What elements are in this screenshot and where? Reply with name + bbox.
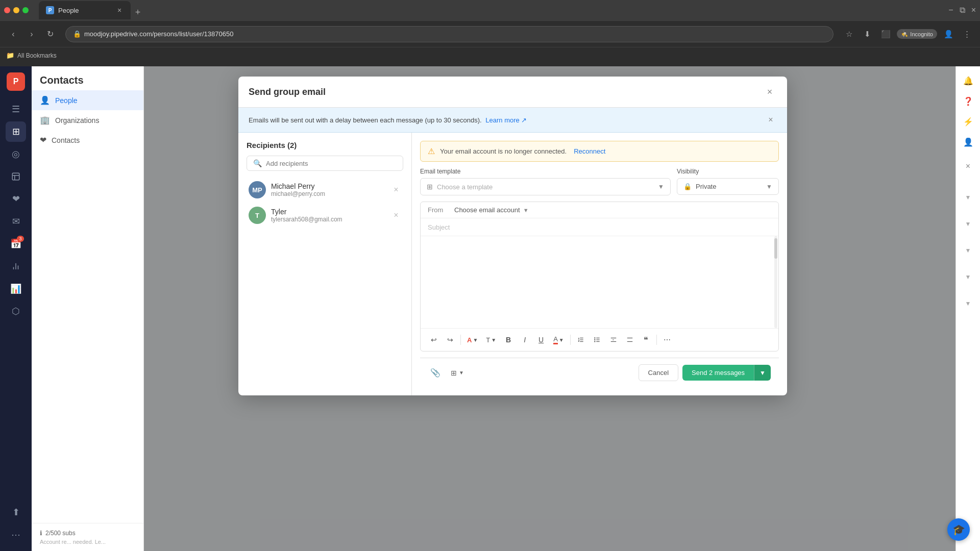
window-minimize[interactable] <box>4 7 10 13</box>
subject-input[interactable] <box>428 223 771 231</box>
app-logo[interactable]: P <box>7 72 25 91</box>
sidebar-icon-calendar[interactable]: 📅 3 <box>6 234 26 254</box>
toolbar-undo-button[interactable]: ↩ <box>427 333 441 347</box>
add-recipients-input[interactable] <box>266 160 397 167</box>
sidebar-icon-more[interactable]: ⋯ <box>6 524 26 545</box>
download-button[interactable]: ⬇ <box>860 27 874 41</box>
reconnect-link[interactable]: Reconnect <box>574 147 605 155</box>
send-button-group: Send 2 messages ▼ <box>682 365 771 381</box>
new-tab-button[interactable]: + <box>131 5 145 19</box>
svg-point-12 <box>594 338 595 338</box>
recipient-item: MP Michael Perry michael@perry.com × <box>247 177 403 203</box>
email-body-area[interactable] <box>421 236 778 328</box>
toolbar-italic-button[interactable]: I <box>518 333 532 347</box>
format-button[interactable]: ⊞ ▼ <box>447 367 468 379</box>
footer-actions: Cancel Send 2 messages ▼ <box>639 364 771 381</box>
menu-button[interactable]: ⋮ <box>960 27 974 41</box>
toolbar-outdent-button[interactable] <box>623 333 637 347</box>
template-select[interactable]: ⊞ Choose a template ▼ <box>420 178 671 195</box>
bookmark-button[interactable]: ☆ <box>842 27 856 41</box>
toolbar-indent-button[interactable] <box>606 333 621 347</box>
info-icon: ℹ <box>40 530 42 537</box>
toolbar-font-size-dropdown[interactable]: T ▼ <box>483 334 499 346</box>
lightning-button[interactable]: ⚡ <box>960 113 976 130</box>
warning-banner: ⚠ Your email account is no longer connec… <box>420 141 779 162</box>
panel-close-button[interactable]: × <box>960 158 976 174</box>
toolbar-quote-button[interactable]: ❝ <box>639 333 653 347</box>
sidebar-icon-mail[interactable]: ✉ <box>6 211 26 232</box>
sidebar-item-people[interactable]: 👤 People <box>32 90 143 110</box>
email-template-group: Email template ⊞ Choose a template ▼ <box>420 168 671 195</box>
toolbar-font-color-dropdown[interactable]: A ▼ <box>550 333 567 346</box>
from-account-selector[interactable]: Choose email account ▼ <box>454 206 529 214</box>
sidebar-icon-dashboard[interactable]: ⊞ <box>6 121 26 142</box>
sidebar-icon-hamburger[interactable]: ☰ <box>6 99 26 119</box>
user-panel-button[interactable]: 👤 <box>960 134 976 150</box>
extensions-button[interactable]: ⬛ <box>878 27 893 41</box>
sidebar-bottom: ⬆ ⋯ <box>6 502 26 545</box>
sidebar-icon-import[interactable]: ⬆ <box>6 502 26 522</box>
sidebar-icon-reports[interactable] <box>6 256 26 277</box>
modal-overlay: Send group email × Emails will be sent o… <box>144 66 955 551</box>
help-button[interactable]: ❓ <box>960 93 976 109</box>
toolbar-unordered-list-button[interactable] <box>590 333 604 347</box>
app-area: P ☰ ⊞ ◎ ❤ ✉ 📅 3 📊 ⬡ ⬆ ⋯ Contacts 👤 Peopl… <box>0 66 980 551</box>
left-sidebar: P ☰ ⊞ ◎ ❤ ✉ 📅 3 📊 ⬡ ⬆ ⋯ <box>0 66 32 551</box>
user-profile-button[interactable]: 👤 <box>941 27 955 41</box>
text-color-chevron: ▼ <box>473 337 478 343</box>
sidebar-item-organizations[interactable]: 🏢 Organizations <box>32 110 143 130</box>
subscription-limit: ℹ 2/500 subs <box>40 530 135 537</box>
notifications-button[interactable]: 🔔 <box>960 72 976 89</box>
footer-left: 📎 ⊞ ▼ <box>428 366 468 380</box>
attach-button[interactable]: 📎 <box>428 366 443 380</box>
toolbar-more-button[interactable]: ⋯ <box>660 333 674 347</box>
floating-help-button[interactable]: 🎓 <box>947 518 970 541</box>
body-scrollbar <box>774 236 777 328</box>
browser-tab-active[interactable]: P People × <box>39 1 131 19</box>
win-restore-btn[interactable]: ⧉ <box>960 6 965 15</box>
learn-more-link[interactable]: Learn more ↗ <box>485 116 527 124</box>
toolbar-ordered-list-button[interactable] <box>574 333 588 347</box>
recipients-search-field[interactable]: 🔍 <box>247 156 403 171</box>
tab-close-button[interactable]: × <box>115 6 124 14</box>
sidebar-item-contacts[interactable]: ❤ Contacts <box>32 130 143 150</box>
reload-button[interactable]: ↻ <box>43 27 57 41</box>
incognito-label: Incognito <box>910 31 933 37</box>
toolbar-text-color-dropdown[interactable]: A ▼ <box>464 334 481 346</box>
browser-chrome: P People × + − ⧉ × ‹ › ↻ 🔒 moodjoy.piped… <box>0 0 980 66</box>
visibility-select[interactable]: 🔒 Private ▼ <box>677 178 779 195</box>
forward-button[interactable]: › <box>24 27 39 41</box>
window-maximize[interactable] <box>13 7 19 13</box>
sidebar-icon-activities[interactable]: ◎ <box>6 144 26 164</box>
toolbar-redo-button[interactable]: ↪ <box>443 333 457 347</box>
win-minimize-btn[interactable]: − <box>948 6 953 15</box>
recipient-remove-t[interactable]: × <box>391 210 401 220</box>
template-visibility-row: Email template ⊞ Choose a template ▼ Vis… <box>420 168 779 195</box>
cancel-button[interactable]: Cancel <box>639 364 678 381</box>
toolbar-underline-button[interactable]: U <box>534 333 548 347</box>
subscription-subtext: Account re... needed. Le... <box>40 539 135 545</box>
secondary-sidebar-title: Contacts <box>40 74 84 86</box>
send-messages-button[interactable]: Send 2 messages <box>682 365 754 381</box>
format-chevron-icon: ▼ <box>459 370 464 375</box>
window-close[interactable] <box>22 7 29 13</box>
back-button[interactable]: ‹ <box>6 27 20 41</box>
sidebar-icon-integrations[interactable]: ⬡ <box>6 301 26 321</box>
sidebar-icon-leads[interactable]: ❤ <box>6 189 26 209</box>
send-dropdown-button[interactable]: ▼ <box>754 365 771 381</box>
bookmarks-link[interactable]: All Bookmarks <box>17 52 57 59</box>
warning-text: Your email account is no longer connecte… <box>440 147 567 155</box>
address-bar[interactable]: 🔒 moodjoy.pipedrive.com/persons/list/use… <box>65 26 834 42</box>
sidebar-icon-deals[interactable] <box>6 166 26 187</box>
info-banner-close-button[interactable]: × <box>765 114 777 126</box>
dialog-close-button[interactable]: × <box>763 85 777 99</box>
font-size-chevron: ▼ <box>491 337 496 343</box>
organizations-icon: 🏢 <box>40 115 50 125</box>
dialog-header: Send group email × <box>238 77 787 108</box>
sidebar-icon-analytics[interactable]: 📊 <box>6 279 26 299</box>
win-close-btn[interactable]: × <box>971 6 976 15</box>
dialog-title: Send group email <box>249 87 326 97</box>
dialog-footer: 📎 ⊞ ▼ Cancel Send 2 messages ▼ <box>420 358 779 387</box>
toolbar-bold-button[interactable]: B <box>501 333 516 347</box>
recipient-remove-mp[interactable]: × <box>391 185 401 195</box>
